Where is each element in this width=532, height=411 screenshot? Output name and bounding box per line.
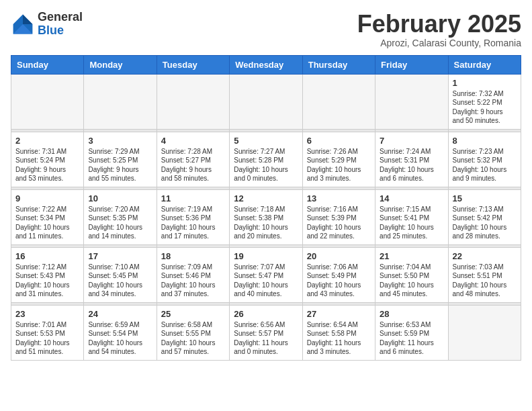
calendar-cell: 24Sunrise: 6:59 AM Sunset: 5:54 PM Dayli…	[84, 305, 157, 360]
weekday-header: Sunday	[11, 55, 84, 74]
day-number: 7	[380, 136, 443, 146]
day-number: 12	[234, 193, 298, 203]
day-number: 20	[307, 251, 371, 261]
weekday-header: Thursday	[302, 55, 375, 74]
day-info: Sunrise: 7:13 AM Sunset: 5:42 PM Dayligh…	[453, 205, 517, 241]
day-info: Sunrise: 7:03 AM Sunset: 5:51 PM Dayligh…	[453, 263, 517, 299]
calendar-cell: 20Sunrise: 7:06 AM Sunset: 5:49 PM Dayli…	[302, 247, 375, 302]
calendar-cell	[157, 74, 229, 129]
day-number: 14	[380, 193, 443, 203]
day-info: Sunrise: 6:59 AM Sunset: 5:54 PM Dayligh…	[88, 320, 152, 357]
weekday-header: Wednesday	[230, 55, 302, 74]
calendar-week-row: 23Sunrise: 7:01 AM Sunset: 5:53 PM Dayli…	[11, 305, 521, 360]
day-number: 16	[15, 251, 79, 261]
day-info: Sunrise: 7:27 AM Sunset: 5:28 PM Dayligh…	[234, 147, 298, 183]
calendar-cell: 8Sunrise: 7:23 AM Sunset: 5:32 PM Daylig…	[448, 132, 521, 187]
day-number: 27	[307, 309, 371, 319]
calendar-cell	[448, 305, 521, 360]
calendar-cell: 15Sunrise: 7:13 AM Sunset: 5:42 PM Dayli…	[448, 189, 521, 244]
day-number: 17	[88, 251, 152, 261]
day-number: 2	[15, 136, 79, 146]
calendar-cell: 18Sunrise: 7:09 AM Sunset: 5:46 PM Dayli…	[157, 247, 229, 302]
calendar-cell	[302, 74, 375, 129]
day-info: Sunrise: 7:12 AM Sunset: 5:43 PM Dayligh…	[15, 263, 79, 299]
calendar-cell: 27Sunrise: 6:54 AM Sunset: 5:58 PM Dayli…	[302, 305, 375, 360]
day-number: 5	[234, 136, 298, 146]
calendar-cell: 6Sunrise: 7:26 AM Sunset: 5:29 PM Daylig…	[302, 132, 375, 187]
day-number: 9	[15, 193, 79, 203]
calendar-cell: 4Sunrise: 7:28 AM Sunset: 5:27 PM Daylig…	[157, 132, 229, 187]
calendar-cell: 11Sunrise: 7:19 AM Sunset: 5:36 PM Dayli…	[157, 189, 229, 244]
day-number: 3	[88, 136, 152, 146]
day-info: Sunrise: 7:31 AM Sunset: 5:24 PM Dayligh…	[15, 147, 79, 183]
calendar-week-row: 2Sunrise: 7:31 AM Sunset: 5:24 PM Daylig…	[11, 132, 521, 187]
day-info: Sunrise: 7:29 AM Sunset: 5:25 PM Dayligh…	[88, 147, 152, 183]
calendar-cell	[230, 74, 302, 129]
day-info: Sunrise: 7:10 AM Sunset: 5:45 PM Dayligh…	[88, 263, 152, 299]
day-info: Sunrise: 7:09 AM Sunset: 5:46 PM Dayligh…	[161, 263, 225, 299]
day-number: 24	[88, 309, 152, 319]
day-info: Sunrise: 6:58 AM Sunset: 5:55 PM Dayligh…	[161, 320, 225, 357]
day-info: Sunrise: 6:53 AM Sunset: 5:59 PM Dayligh…	[380, 320, 443, 357]
calendar-cell: 21Sunrise: 7:04 AM Sunset: 5:50 PM Dayli…	[375, 247, 448, 302]
logo-blue-text: Blue	[38, 24, 64, 37]
calendar-cell: 16Sunrise: 7:12 AM Sunset: 5:43 PM Dayli…	[11, 247, 84, 302]
calendar-cell: 25Sunrise: 6:58 AM Sunset: 5:55 PM Dayli…	[157, 305, 229, 360]
weekday-header: Friday	[375, 55, 448, 74]
calendar-cell: 3Sunrise: 7:29 AM Sunset: 5:25 PM Daylig…	[84, 132, 157, 187]
day-number: 8	[453, 136, 517, 146]
day-number: 21	[380, 251, 443, 261]
calendar-cell: 28Sunrise: 6:53 AM Sunset: 5:59 PM Dayli…	[375, 305, 448, 360]
calendar-cell: 9Sunrise: 7:22 AM Sunset: 5:34 PM Daylig…	[11, 189, 84, 244]
calendar-week-row: 16Sunrise: 7:12 AM Sunset: 5:43 PM Dayli…	[11, 247, 521, 302]
day-info: Sunrise: 7:19 AM Sunset: 5:36 PM Dayligh…	[161, 205, 225, 241]
day-info: Sunrise: 7:22 AM Sunset: 5:34 PM Dayligh…	[15, 205, 79, 241]
day-number: 22	[453, 251, 517, 261]
day-info: Sunrise: 7:01 AM Sunset: 5:53 PM Dayligh…	[15, 320, 79, 357]
location-text: Aprozi, Calarasi County, Romania	[357, 38, 521, 48]
calendar-cell: 13Sunrise: 7:16 AM Sunset: 5:39 PM Dayli…	[302, 189, 375, 244]
calendar-table: SundayMondayTuesdayWednesdayThursdayFrid…	[11, 55, 521, 361]
calendar-cell: 26Sunrise: 6:56 AM Sunset: 5:57 PM Dayli…	[230, 305, 302, 360]
day-info: Sunrise: 7:15 AM Sunset: 5:41 PM Dayligh…	[380, 205, 443, 241]
day-info: Sunrise: 7:16 AM Sunset: 5:39 PM Dayligh…	[307, 205, 371, 241]
day-number: 28	[380, 309, 443, 319]
logo: General Blue	[11, 11, 83, 38]
calendar-cell: 5Sunrise: 7:27 AM Sunset: 5:28 PM Daylig…	[230, 132, 302, 187]
calendar-cell: 14Sunrise: 7:15 AM Sunset: 5:41 PM Dayli…	[375, 189, 448, 244]
day-number: 10	[88, 193, 152, 203]
calendar-cell: 12Sunrise: 7:18 AM Sunset: 5:38 PM Dayli…	[230, 189, 302, 244]
day-info: Sunrise: 7:06 AM Sunset: 5:49 PM Dayligh…	[307, 263, 371, 299]
calendar-cell	[375, 74, 448, 129]
calendar-cell	[84, 74, 157, 129]
svg-marker-1	[23, 14, 32, 24]
logo-general-text: General	[38, 10, 83, 24]
day-number: 1	[453, 78, 517, 88]
calendar-cell: 1Sunrise: 7:32 AM Sunset: 5:22 PM Daylig…	[448, 74, 521, 129]
day-info: Sunrise: 7:04 AM Sunset: 5:50 PM Dayligh…	[380, 263, 443, 299]
page-header: General Blue February 2025 Aprozi, Calar…	[11, 11, 521, 48]
day-info: Sunrise: 7:20 AM Sunset: 5:35 PM Dayligh…	[88, 205, 152, 241]
month-title: February 2025	[357, 11, 521, 38]
day-number: 23	[15, 309, 79, 319]
weekday-header: Saturday	[448, 55, 521, 74]
calendar-cell: 7Sunrise: 7:24 AM Sunset: 5:31 PM Daylig…	[375, 132, 448, 187]
day-number: 26	[234, 309, 298, 319]
day-info: Sunrise: 7:26 AM Sunset: 5:29 PM Dayligh…	[307, 147, 371, 183]
day-info: Sunrise: 7:32 AM Sunset: 5:22 PM Dayligh…	[453, 89, 517, 126]
title-block: February 2025 Aprozi, Calarasi County, R…	[357, 11, 521, 48]
day-info: Sunrise: 7:28 AM Sunset: 5:27 PM Dayligh…	[161, 147, 225, 183]
day-number: 13	[307, 193, 371, 203]
day-info: Sunrise: 7:07 AM Sunset: 5:47 PM Dayligh…	[234, 263, 298, 299]
weekday-header: Monday	[84, 55, 157, 74]
day-number: 15	[453, 193, 517, 203]
calendar-cell: 17Sunrise: 7:10 AM Sunset: 5:45 PM Dayli…	[84, 247, 157, 302]
day-number: 6	[307, 136, 371, 146]
calendar-cell: 19Sunrise: 7:07 AM Sunset: 5:47 PM Dayli…	[230, 247, 302, 302]
calendar-cell: 22Sunrise: 7:03 AM Sunset: 5:51 PM Dayli…	[448, 247, 521, 302]
weekday-header-row: SundayMondayTuesdayWednesdayThursdayFrid…	[11, 55, 521, 74]
calendar-cell: 23Sunrise: 7:01 AM Sunset: 5:53 PM Dayli…	[11, 305, 84, 360]
weekday-header: Tuesday	[157, 55, 229, 74]
day-number: 4	[161, 136, 225, 146]
day-info: Sunrise: 6:56 AM Sunset: 5:57 PM Dayligh…	[234, 320, 298, 357]
